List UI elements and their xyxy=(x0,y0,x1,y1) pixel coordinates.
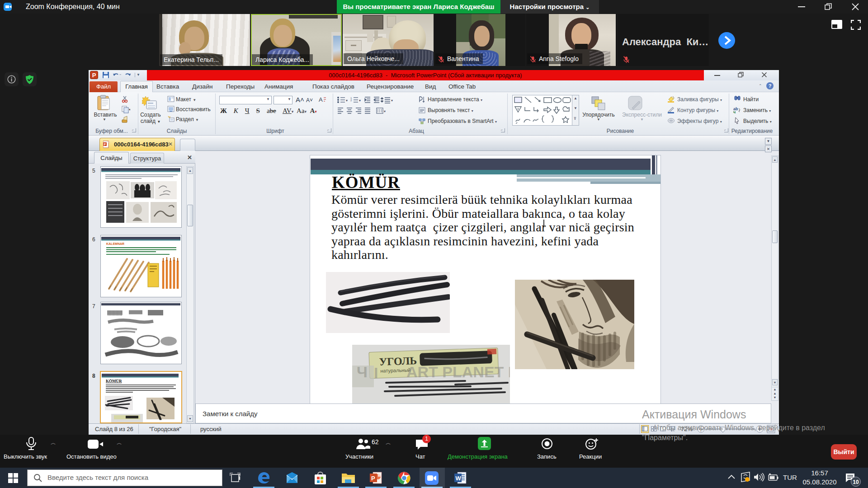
svg-text:▾: ▾ xyxy=(359,99,361,103)
svg-text:І: І xyxy=(374,364,378,381)
svg-text:▾: ▾ xyxy=(346,99,348,103)
svg-text:KALEMNAR: KALEMNAR xyxy=(106,242,124,245)
svg-text:KÖMÜR: KÖMÜR xyxy=(106,379,122,383)
svg-text:▾: ▾ xyxy=(391,99,393,103)
svg-text:W: W xyxy=(456,475,462,482)
svg-text:ч: ч xyxy=(733,110,736,113)
svg-text:2: 2 xyxy=(350,99,352,102)
svg-text:P: P xyxy=(371,475,375,482)
svg-text:▾: ▾ xyxy=(129,108,130,112)
svg-text:P: P xyxy=(104,143,106,146)
svg-text:▾: ▾ xyxy=(384,109,386,113)
svg-text:ART PLANET RU: ART PLANET RU xyxy=(406,363,510,380)
svg-text:Ч: Ч xyxy=(357,363,368,380)
svg-text:A: A xyxy=(319,96,323,103)
